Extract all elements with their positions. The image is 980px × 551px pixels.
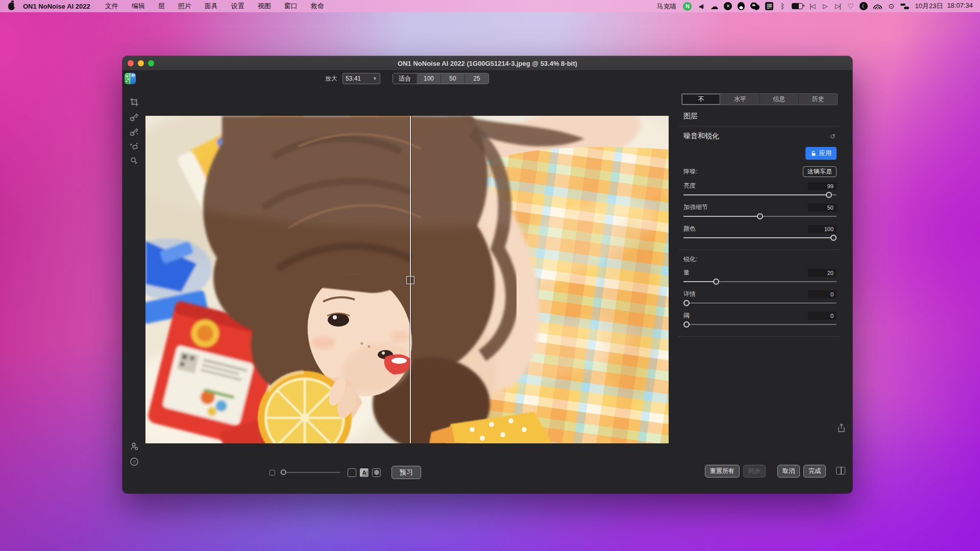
- slider-knob[interactable]: [683, 300, 690, 306]
- slider-value[interactable]: 0: [808, 290, 837, 298]
- eraser-tool-icon[interactable]: [129, 141, 139, 152]
- export-icon[interactable]: [837, 423, 846, 435]
- media-next-icon[interactable]: ▷|: [834, 2, 841, 11]
- wifi-icon[interactable]: [873, 3, 882, 9]
- title-bar[interactable]: ON1 NoNoise AI 2022 (1G00G51214-3.jpeg @…: [122, 56, 852, 71]
- zoom-preset-25[interactable]: 25: [465, 73, 488, 84]
- menu-item-4[interactable]: 面具: [198, 2, 225, 11]
- tool-rail: [122, 97, 145, 166]
- preview-opacity-slider[interactable]: [280, 469, 340, 475]
- green-n-icon[interactable]: N: [683, 2, 692, 11]
- layers-title: 图层: [683, 112, 836, 121]
- panel-tabs: 不水平信息历史: [681, 93, 838, 105]
- tab-info[interactable]: 信息: [760, 94, 799, 105]
- slider-knob[interactable]: [830, 235, 837, 241]
- battery-icon[interactable]: [792, 3, 803, 9]
- detail-slider[interactable]: [683, 299, 837, 307]
- fullscreen-button[interactable]: [148, 60, 154, 66]
- zoom-toolbar: 放大 53.41▼ 适合1005025: [145, 73, 669, 84]
- bluetooth-icon[interactable]: ᛒ: [779, 2, 786, 11]
- cloud-app-icon[interactable]: ☁: [710, 2, 718, 11]
- volume-icon[interactable]: ◀): [697, 2, 704, 11]
- close-button[interactable]: [128, 60, 134, 66]
- slider-value[interactable]: 100: [808, 225, 837, 233]
- tab-levels[interactable]: 水平: [721, 94, 760, 105]
- brush-tool-icon[interactable]: [129, 112, 139, 122]
- before-after-divider[interactable]: [410, 116, 411, 443]
- media-play-icon[interactable]: ▷: [821, 2, 828, 11]
- tab-none[interactable]: 不: [682, 94, 721, 105]
- flame-circle-icon[interactable]: ☾: [860, 2, 868, 10]
- done-button[interactable]: 完成: [803, 465, 826, 478]
- sync-button: 同步: [743, 465, 766, 478]
- color-slider[interactable]: [683, 234, 837, 241]
- wechat-icon[interactable]: [750, 3, 760, 10]
- zoom-value-dropdown[interactable]: 53.41▼: [342, 73, 380, 84]
- enhance-detail-slider[interactable]: [683, 213, 837, 220]
- tab-history[interactable]: 历史: [799, 94, 837, 105]
- divider: [678, 336, 841, 337]
- menu-item-7[interactable]: 窗口: [278, 2, 304, 11]
- slider-knob[interactable]: [713, 279, 719, 285]
- menu-time[interactable]: 18:07:34: [947, 2, 973, 11]
- media-previous-icon[interactable]: |◁: [808, 2, 816, 11]
- minimize-button[interactable]: [138, 60, 144, 66]
- slider-label: 量: [683, 268, 690, 277]
- zoom-preset-100[interactable]: 100: [417, 73, 441, 84]
- unlock-icon: [811, 151, 817, 157]
- menu-bar: ON1 NoNoise AI 2022 文件编辑层照片面具设置视图窗口救命 马克…: [0, 0, 980, 12]
- slider-value[interactable]: 99: [808, 182, 837, 190]
- slider-value[interactable]: 50: [808, 204, 837, 212]
- single-view-icon[interactable]: [348, 468, 356, 477]
- apply-button[interactable]: 应用: [805, 147, 837, 160]
- slider-row: 亮度 99: [683, 182, 837, 198]
- fan-app-icon[interactable]: ✕: [724, 2, 732, 10]
- slider-value[interactable]: 0: [808, 312, 837, 320]
- luminosity-slider[interactable]: [683, 191, 837, 198]
- slider-knob[interactable]: [826, 192, 832, 198]
- reset-all-button[interactable]: 重置所有: [705, 465, 740, 478]
- noise-mode-button[interactable]: 这辆车是: [803, 166, 837, 177]
- menu-item-1[interactable]: 编辑: [125, 2, 152, 11]
- slider-value[interactable]: 20: [808, 269, 837, 277]
- menu-item-2[interactable]: 层: [152, 2, 172, 11]
- crop-tool-icon[interactable]: [129, 97, 139, 107]
- menu-item-8[interactable]: 救命: [304, 2, 331, 11]
- slider-knob[interactable]: [281, 469, 286, 475]
- pinyin-input-icon[interactable]: 拼: [765, 2, 773, 10]
- menu-item-0[interactable]: 文件: [99, 2, 125, 11]
- zoom-pan-tool-icon[interactable]: [129, 156, 139, 166]
- apple-logo-icon[interactable]: [8, 3, 15, 10]
- preview-button[interactable]: 预习: [391, 466, 421, 479]
- reset-section-icon[interactable]: ↺: [830, 133, 836, 140]
- slider-knob[interactable]: [683, 321, 690, 328]
- zoom-label: 放大: [325, 74, 337, 83]
- control-center-icon[interactable]: [900, 3, 909, 10]
- preview-checkbox[interactable]: [270, 470, 275, 475]
- active-app-name[interactable]: ON1 NoNoise AI 2022: [23, 3, 90, 10]
- qq-penguin-icon[interactable]: [738, 2, 745, 10]
- slider-label: 颜色: [683, 224, 696, 233]
- menu-item-3[interactable]: 照片: [172, 2, 198, 11]
- dual-pane-icon[interactable]: [836, 467, 845, 474]
- zoom-presets: 适合1005025: [393, 73, 489, 84]
- menu-item-6[interactable]: 视图: [251, 2, 278, 11]
- menu-date[interactable]: 10月23日: [915, 2, 943, 11]
- heart-icon[interactable]: ♡: [847, 2, 854, 11]
- record-icon[interactable]: ⊙: [888, 2, 895, 11]
- threshold-slider[interactable]: [683, 321, 837, 328]
- cancel-button[interactable]: 取消: [777, 465, 800, 478]
- desktop: ON1 NoNoise AI 2022 文件编辑层照片面具设置视图窗口救命 马克…: [0, 0, 980, 551]
- mask-view-icon[interactable]: [372, 468, 381, 477]
- menu-item-5[interactable]: 设置: [225, 2, 251, 11]
- slider-row: 阈 0: [683, 311, 837, 328]
- divider-handle[interactable]: [406, 276, 414, 284]
- zoom-preset-fit[interactable]: 适合: [393, 73, 417, 84]
- amount-slider[interactable]: [683, 278, 837, 285]
- action-buttons: 重置所有 同步 取消 完成: [705, 465, 826, 478]
- mask-brush-tool-icon[interactable]: [129, 127, 139, 137]
- compare-view-icon[interactable]: A: [360, 468, 369, 477]
- slider-knob[interactable]: [757, 213, 763, 219]
- section-title: 噪音和锐化: [683, 132, 719, 141]
- zoom-preset-50[interactable]: 50: [441, 73, 465, 84]
